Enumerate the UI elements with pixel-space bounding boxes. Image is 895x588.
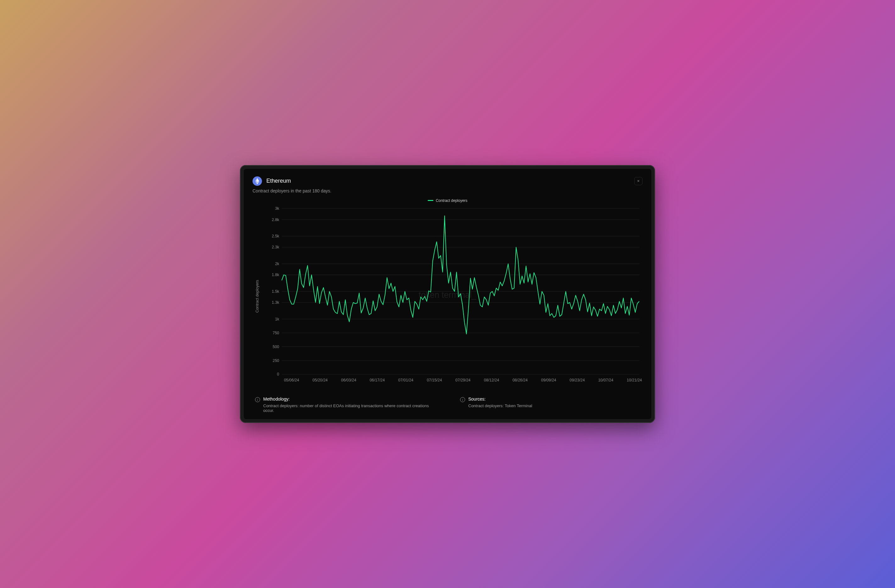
close-button[interactable]: × xyxy=(634,177,642,185)
info-icon: i xyxy=(255,397,260,402)
y-tick-label: 3k xyxy=(275,206,279,211)
x-tick-label: 10/07/24 xyxy=(598,378,613,382)
x-tick-label: 09/23/24 xyxy=(569,378,585,382)
chart-legend: Contract deployers xyxy=(253,199,642,203)
footer-row: i Methodology: Contract deployers: numbe… xyxy=(253,397,642,413)
y-tick-label: 2.8k xyxy=(272,217,279,222)
app-screen: Ethereum × Contract deployers in the pas… xyxy=(244,169,651,420)
x-tick-label: 05/20/24 xyxy=(312,378,328,382)
y-tick-label: 1k xyxy=(275,317,279,321)
x-tick-label: 08/26/24 xyxy=(513,378,528,382)
methodology-heading: Methodology: xyxy=(263,397,435,402)
close-icon: × xyxy=(637,179,640,183)
x-tick-label: 06/03/24 xyxy=(341,378,356,382)
y-tick-label: 2k xyxy=(275,262,279,266)
y-tick-label: 1.3k xyxy=(272,300,279,305)
sources-text: Contract deployers: Token Terminal xyxy=(468,403,532,408)
x-tick-label: 07/29/24 xyxy=(455,378,470,382)
info-icon: i xyxy=(460,397,465,402)
device-frame: Ethereum × Contract deployers in the pas… xyxy=(240,165,655,423)
methodology-text: Contract deployers: number of distinct E… xyxy=(263,403,435,413)
x-tick-label: 05/06/24 xyxy=(284,378,299,382)
methodology-block: i Methodology: Contract deployers: numbe… xyxy=(255,397,435,413)
x-tick-label: 09/09/24 xyxy=(541,378,556,382)
x-tick-label: 06/17/24 xyxy=(370,378,385,382)
y-axis-title: Contract deployers xyxy=(255,280,259,312)
x-tick-label: 08/12/24 xyxy=(484,378,499,382)
y-tick-label: 750 xyxy=(273,330,279,335)
y-tick-label: 2.3k xyxy=(272,245,279,249)
y-tick-label: 2.5k xyxy=(272,234,279,238)
page-title: Ethereum xyxy=(266,178,291,184)
y-tick-label: 1.8k xyxy=(272,273,279,277)
ethereum-logo-icon xyxy=(255,178,259,184)
sources-block: i Sources: Contract deployers: Token Ter… xyxy=(460,397,640,413)
line-chart: token terminal_ Contract deployers 02505… xyxy=(253,205,642,387)
x-tick-label: 10/21/24 xyxy=(627,378,642,382)
header-row: Ethereum × xyxy=(253,176,642,186)
ethereum-icon xyxy=(253,176,262,186)
sources-heading: Sources: xyxy=(468,397,532,402)
subtitle-text: Contract deployers in the past 180 days. xyxy=(253,188,642,193)
chart-container: token terminal_ Contract deployers 02505… xyxy=(253,205,642,387)
x-tick-label: 07/15/24 xyxy=(427,378,442,382)
legend-swatch-icon xyxy=(428,200,433,201)
y-tick-label: 0 xyxy=(277,372,279,376)
x-tick-label: 07/01/24 xyxy=(398,378,413,382)
y-tick-label: 250 xyxy=(273,358,279,362)
y-tick-label: 500 xyxy=(273,344,279,349)
title-group: Ethereum xyxy=(253,176,291,186)
y-tick-label: 1.5k xyxy=(272,289,279,294)
legend-label: Contract deployers xyxy=(436,199,468,203)
